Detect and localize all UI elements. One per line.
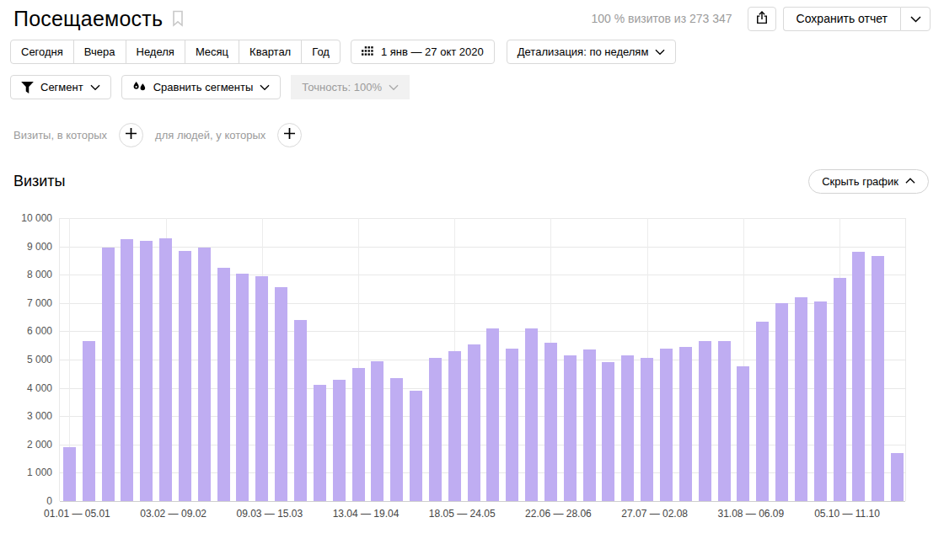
bar[interactable] bbox=[621, 355, 634, 501]
bar[interactable] bbox=[314, 385, 326, 501]
detalization-button[interactable]: Детализация: по неделям bbox=[507, 40, 677, 64]
bar[interactable] bbox=[852, 252, 865, 501]
y-axis-label: 0 bbox=[0, 495, 52, 507]
header: Посещаемость 100 % визитов из 273 347 Со… bbox=[13, 3, 931, 34]
x-axis-label: 01.01 — 05.01 bbox=[44, 508, 110, 520]
page-title: Посещаемость bbox=[13, 7, 163, 31]
compare-segments-button[interactable]: Сравнить сегменты bbox=[121, 75, 282, 99]
y-axis-label: 7 000 bbox=[0, 297, 52, 309]
bookmark-icon[interactable] bbox=[171, 10, 185, 30]
save-report-dropdown-button[interactable] bbox=[900, 7, 931, 31]
bar[interactable] bbox=[737, 366, 749, 501]
save-report-button[interactable]: Сохранить отчет bbox=[783, 7, 900, 31]
bar[interactable] bbox=[872, 256, 884, 501]
bar[interactable] bbox=[140, 241, 153, 501]
period-tab-group: СегодняВчераНеделяМесяцКварталГод bbox=[10, 40, 341, 64]
bar[interactable] bbox=[371, 361, 384, 501]
chevron-down-icon bbox=[90, 84, 100, 91]
bar[interactable] bbox=[602, 362, 614, 501]
bar[interactable] bbox=[718, 341, 731, 501]
bar[interactable] bbox=[390, 378, 403, 501]
bar[interactable] bbox=[275, 287, 287, 501]
visits-summary: 100 % визитов из 273 347 bbox=[591, 12, 732, 25]
chevron-down-icon bbox=[655, 49, 665, 56]
y-axis-label: 6 000 bbox=[0, 325, 52, 337]
bar[interactable] bbox=[255, 276, 268, 501]
chevron-down-icon bbox=[910, 13, 921, 25]
plus-icon bbox=[283, 127, 296, 142]
segment-button[interactable]: Сегмент bbox=[10, 75, 111, 99]
bar[interactable] bbox=[834, 278, 846, 501]
add-people-condition-button[interactable] bbox=[277, 123, 302, 147]
compare-segments-label: Сравнить сегменты bbox=[153, 81, 254, 93]
bar[interactable] bbox=[294, 320, 307, 501]
bar[interactable] bbox=[775, 303, 788, 501]
hide-chart-label: Скрыть график bbox=[822, 175, 898, 188]
bar[interactable] bbox=[236, 274, 249, 501]
bar[interactable] bbox=[506, 349, 518, 501]
share-button[interactable] bbox=[748, 7, 776, 31]
segments-drops-icon bbox=[132, 81, 147, 93]
bar[interactable] bbox=[468, 344, 480, 501]
segment-label: Сегмент bbox=[40, 81, 83, 93]
x-axis-label: 27.07 — 02.08 bbox=[621, 508, 688, 520]
chevron-down-icon bbox=[389, 84, 399, 91]
y-axis-label: 4 000 bbox=[0, 382, 52, 394]
section-title: Визиты bbox=[13, 173, 66, 190]
bar[interactable] bbox=[83, 341, 95, 501]
bar[interactable] bbox=[63, 447, 76, 501]
bar[interactable] bbox=[660, 349, 673, 501]
bar[interactable] bbox=[333, 380, 346, 501]
period-tab-0[interactable]: Сегодня bbox=[10, 40, 74, 64]
period-tab-3[interactable]: Месяц bbox=[185, 40, 239, 64]
period-tab-1[interactable]: Вчера bbox=[73, 40, 126, 64]
bar[interactable] bbox=[679, 347, 692, 501]
visits-filter-label: Визиты, в которых bbox=[13, 129, 107, 141]
chart-plot-area bbox=[59, 218, 906, 501]
bar[interactable] bbox=[352, 368, 365, 501]
share-icon bbox=[754, 10, 770, 28]
bar[interactable] bbox=[756, 322, 769, 501]
bar[interactable] bbox=[102, 248, 115, 501]
bar[interactable] bbox=[121, 239, 133, 501]
y-axis-label: 8 000 bbox=[0, 269, 52, 280]
bar[interactable] bbox=[217, 268, 230, 501]
y-axis-label: 5 000 bbox=[0, 354, 52, 365]
bar[interactable] bbox=[198, 248, 211, 501]
bar[interactable] bbox=[448, 351, 461, 501]
x-axis-label: 03.02 — 09.02 bbox=[140, 508, 206, 520]
period-tab-4[interactable]: Квартал bbox=[239, 40, 302, 64]
period-tab-2[interactable]: Неделя bbox=[126, 40, 185, 64]
bar[interactable] bbox=[699, 341, 711, 501]
bar[interactable] bbox=[564, 355, 577, 501]
gridline-horizontal bbox=[60, 501, 905, 502]
bar[interactable] bbox=[429, 358, 442, 501]
plus-icon bbox=[125, 127, 137, 142]
bar[interactable] bbox=[410, 391, 422, 501]
accuracy-label: Точность: 100% bbox=[302, 81, 382, 93]
hide-chart-button[interactable]: Скрыть график bbox=[808, 169, 929, 194]
bar[interactable] bbox=[525, 328, 538, 501]
accuracy-button[interactable]: Точность: 100% bbox=[291, 75, 410, 99]
period-row: СегодняВчераНеделяМесяцКварталГод 1 янв … bbox=[10, 40, 676, 64]
bar[interactable] bbox=[891, 453, 904, 501]
bar[interactable] bbox=[179, 251, 191, 501]
detalization-label: Детализация: по неделям bbox=[518, 45, 649, 58]
bar[interactable] bbox=[814, 301, 827, 501]
bar[interactable] bbox=[641, 358, 653, 501]
bar[interactable] bbox=[159, 238, 172, 501]
bar[interactable] bbox=[544, 343, 557, 501]
bar[interactable] bbox=[486, 328, 499, 501]
y-axis-label: 9 000 bbox=[0, 241, 52, 253]
x-axis-label: 05.10 — 11.10 bbox=[814, 508, 880, 520]
bar[interactable] bbox=[795, 297, 807, 501]
x-axis-label: 31.08 — 06.09 bbox=[717, 508, 784, 520]
date-range-label: 1 янв — 27 окт 2020 bbox=[381, 45, 484, 58]
add-visit-condition-button[interactable] bbox=[119, 123, 143, 147]
y-axis-label: 10 000 bbox=[0, 212, 52, 224]
funnel-icon bbox=[21, 82, 34, 93]
period-tab-5[interactable]: Год bbox=[301, 40, 341, 64]
chevron-down-icon bbox=[260, 84, 270, 91]
bar[interactable] bbox=[583, 349, 596, 501]
date-range-button[interactable]: 1 янв — 27 окт 2020 bbox=[351, 40, 495, 64]
